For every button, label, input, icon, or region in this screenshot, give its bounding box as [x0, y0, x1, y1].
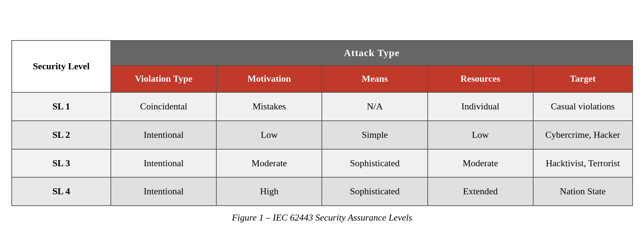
- means-cell: N/A: [322, 92, 427, 121]
- security-levels-table: Security Level Attack Type Violation Typ…: [11, 40, 633, 206]
- table-row: SL 4IntentionalHighSophisticatedExtended…: [12, 177, 633, 206]
- sl-cell: SL 1: [12, 92, 111, 121]
- motivation-cell: Moderate: [216, 149, 322, 178]
- table-row: SL 2IntentionalLowSimpleLowCybercrime, H…: [12, 121, 633, 149]
- resources-cell: Individual: [428, 92, 533, 121]
- resources-col-header: Resources: [428, 65, 533, 92]
- target-cell: Nation State: [533, 177, 633, 206]
- violation-cell: Intentional: [111, 149, 216, 178]
- means-cell: Simple: [322, 121, 427, 149]
- target-col-header: Target: [533, 65, 633, 92]
- sl-cell: SL 4: [12, 177, 111, 206]
- target-cell: Cybercrime, Hacker: [533, 121, 633, 149]
- figure-caption: Figure 1 – IEC 62443 Security Assurance …: [11, 212, 633, 223]
- resources-cell: Moderate: [428, 149, 533, 178]
- target-cell: Casual violations: [533, 92, 633, 121]
- table-row: SL 3IntentionalModerateSophisticatedMode…: [12, 149, 633, 178]
- motivation-col-header: Motivation: [216, 65, 322, 92]
- security-level-header: Security Level: [12, 40, 111, 92]
- sl-cell: SL 3: [12, 149, 111, 178]
- table-body: SL 1CoincidentalMistakesN/AIndividualCas…: [12, 92, 633, 206]
- motivation-cell: High: [216, 177, 322, 206]
- target-cell: Hacktivist, Terrorist: [533, 149, 633, 178]
- violation-cell: Coincidental: [111, 92, 216, 121]
- attack-type-label: Attack Type: [111, 40, 632, 65]
- means-cell: Sophisticated: [322, 149, 427, 178]
- table-wrapper: Security Level Attack Type Violation Typ…: [11, 40, 633, 223]
- resources-cell: Low: [428, 121, 533, 149]
- attack-type-header-row: Security Level Attack Type: [12, 40, 633, 65]
- violation-type-col-header: Violation Type: [111, 65, 216, 92]
- sl-cell: SL 2: [12, 121, 111, 149]
- table-row: SL 1CoincidentalMistakesN/AIndividualCas…: [12, 92, 633, 121]
- violation-cell: Intentional: [111, 121, 216, 149]
- motivation-cell: Mistakes: [216, 92, 322, 121]
- motivation-cell: Low: [216, 121, 322, 149]
- means-col-header: Means: [322, 65, 427, 92]
- page-container: Security Level Attack Type Violation Typ…: [7, 7, 637, 249]
- resources-cell: Extended: [428, 177, 533, 206]
- means-cell: Sophisticated: [322, 177, 427, 206]
- violation-cell: Intentional: [111, 177, 216, 206]
